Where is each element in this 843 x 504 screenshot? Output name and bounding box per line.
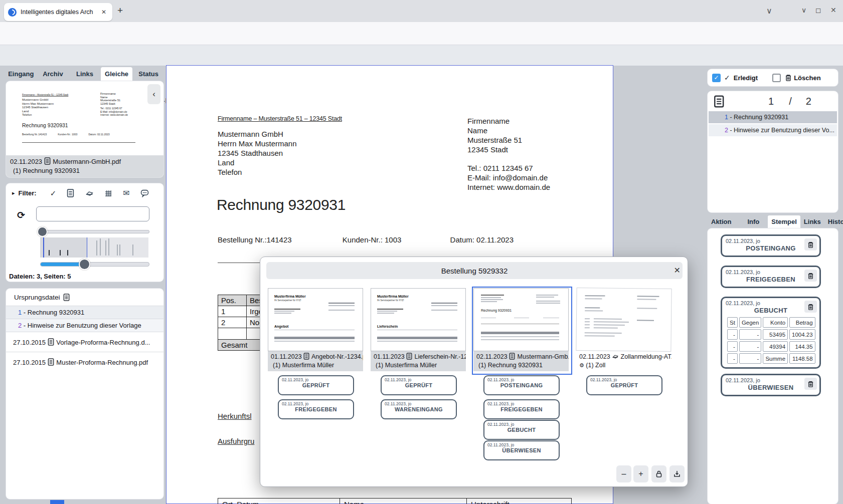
done-checkbox[interactable]: ✓ — [712, 74, 721, 82]
file-row-vorlage[interactable]: 27.10.2015 Vorlage-Proforma-Rechnung.d..… — [6, 332, 163, 352]
doc-recipient-block: Mustermann GmbH Herrn Max Mustermann 123… — [218, 129, 297, 177]
mini-meta: Bestellung Nr.:141423Kunden-Nr.: 1003Dat… — [22, 133, 147, 136]
modal-stamp: 02.11.2023, jo FREIGEGEBEN — [483, 399, 560, 419]
right-page-link-1[interactable]: 1 - Rechnung 9320931 — [709, 111, 837, 123]
new-tab-button[interactable]: + — [117, 5, 123, 16]
tab-eingang[interactable]: Eingang — [5, 67, 37, 81]
tab-links[interactable]: Links — [69, 67, 101, 81]
filter-input[interactable] — [36, 206, 149, 221]
filter-expand-icon[interactable]: ▸ — [12, 190, 15, 196]
doc-contact-block: Tel.: 0211 12345 67 E-Mail: info@domain.… — [467, 163, 550, 192]
status-panel: ✓ ✓ Erledigt Löschen — [708, 69, 838, 86]
collapse-panel-button[interactable]: ‹ — [147, 84, 160, 104]
doc-thumbnail[interactable]: Rechnung 9320931 — [473, 288, 569, 351]
modal-stamp: 02.11.2023, jo GEPRÜFT — [586, 375, 662, 395]
stamp-ueberwiesen[interactable]: 02.11.2023, jo ÜBERWIESEN — [721, 374, 821, 396]
document-icon — [44, 157, 51, 165]
document-icon — [406, 353, 413, 360]
page-link-2[interactable]: 2 - Hinweise zur Benutzung dieser Vorlag… — [6, 319, 163, 332]
chevron-left-icon: ‹ — [152, 89, 155, 99]
mini-recipient: Mustermann GmbH Herrn Max Mustermann 123… — [22, 98, 54, 117]
doc-caption: 02.11.2023 Mustermann-Gmb... (1) Rechnun… — [473, 351, 569, 371]
modal-close-icon[interactable]: ✕ — [674, 266, 681, 275]
modal-stamp: 02.11.2023, jo GEPRÜFT — [278, 375, 354, 395]
document-icon — [63, 294, 70, 301]
stamp-gebucht[interactable]: 02.11.2023, jo GEBUCHT St Gegen Konto Be… — [721, 297, 821, 369]
browser-tab[interactable]: Intelligentes digitales Arch ✕ — [4, 3, 112, 21]
document-preview-panel: Firmenname – Musterstraße 51 – 12345 Sta… — [6, 81, 163, 177]
timeline-histogram[interactable] — [40, 237, 148, 258]
refresh-icon[interactable]: ⟳ — [17, 209, 25, 220]
browser-tabbar: Intelligentes digitales Arch ✕ + ∨ ∨ ◻ ✕ — [0, 0, 843, 22]
window-maximize-button[interactable]: ◻ — [815, 6, 821, 14]
modal-zoom-out-button[interactable]: – — [616, 465, 631, 482]
modal-header: Bestellung 5929332 — [266, 262, 683, 279]
right-sidebar-tabs: Aktion Info Stempel Links Historie — [708, 215, 839, 228]
right-pager-separator: / — [789, 96, 792, 107]
file-row-muster[interactable]: 27.10.2015 Muster-Proforma-Rechnung.pdf — [6, 352, 163, 372]
document-thumbnail[interactable]: Firmenname – Musterstraße 51 – 12345 Sta… — [11, 84, 146, 154]
modal-zoom-in-button[interactable]: + — [633, 465, 648, 482]
tab-links-right[interactable]: Links — [800, 215, 824, 228]
range-slider-bottom-handle[interactable] — [79, 259, 90, 270]
source-panel-title: Ursprungsdatei — [14, 294, 70, 301]
selected-file-row[interactable]: 02.11.2023 Mustermann-GmbH.pdf (1) Rechn… — [6, 155, 163, 177]
delete-label: Löschen — [794, 74, 820, 82]
tab-close-icon[interactable]: ✕ — [99, 8, 108, 17]
tab-stempel[interactable]: Stempel — [768, 215, 800, 228]
scroll-indicator — [50, 500, 64, 504]
document-icon — [509, 353, 516, 360]
screen: Intelligentes digitales Arch ✕ + ∨ ∨ ◻ ✕… — [0, 0, 843, 504]
check-filter-icon[interactable]: ✓ — [50, 189, 57, 198]
modal-stamp: 02.11.2023, jo ÜBERWIESEN — [483, 440, 560, 460]
modal-lock-button[interactable] — [651, 465, 666, 482]
tab-list-chevron-icon[interactable]: ∨ — [766, 6, 772, 16]
delete-stamp-button[interactable] — [804, 378, 817, 390]
delete-stamp-button[interactable] — [804, 238, 817, 250]
doc-thumbnail[interactable]: Musterfirma Müller Ihr Servicepartner fü… — [268, 288, 363, 351]
document-filter-icon[interactable] — [67, 189, 75, 197]
grid-filter-icon[interactable] — [104, 189, 112, 197]
modal-stamp: 02.11.2023, jo GEBUCHT — [483, 420, 560, 440]
right-pager-total: 2 — [806, 96, 811, 107]
modal-stamp: 02.11.2023, jo GEPRÜFT — [381, 375, 457, 395]
check-icon: ✓ — [724, 74, 730, 82]
delete-stamp-button[interactable] — [804, 301, 817, 313]
delete-stamp-button[interactable] — [804, 270, 817, 282]
window-minimize-button[interactable]: ∨ — [801, 6, 806, 14]
range-slider-bottom[interactable] — [40, 262, 149, 267]
right-pager-current: 1 — [768, 96, 774, 107]
range-slider-top-handle[interactable] — [37, 226, 48, 237]
trash-icon — [807, 303, 814, 311]
stamp-freigegeben[interactable]: 02.11.2023, jo FREIGEGEBEN — [721, 266, 821, 288]
page-link-1[interactable]: 1 - Rechnung 9320931 — [6, 306, 163, 319]
trash-icon — [784, 74, 792, 82]
stamp-posteingang[interactable]: 02.11.2023, jo POSTEINGANG — [721, 234, 821, 257]
tab-title: Intelligentes digitales Arch — [21, 9, 99, 16]
modal-export-button[interactable] — [669, 465, 685, 482]
scanner-icon — [612, 353, 619, 360]
doc-signature-table: Ort, Datum Name Unterschrift — [218, 498, 572, 504]
scanner-filter-icon[interactable] — [85, 189, 94, 197]
doc-thumbnail[interactable]: Musterfirma Müller Ihr Servicepartner fü… — [371, 288, 466, 351]
doc-thumbnail[interactable] — [576, 288, 671, 352]
delete-checkbox[interactable] — [772, 74, 781, 82]
envelope-filter-icon[interactable]: ✉ — [123, 188, 129, 198]
right-page-link-2[interactable]: 2 - Hinweise zur Benutzung dieser Vo... — [709, 124, 837, 136]
tab-historie[interactable]: Historie — [824, 215, 843, 228]
tab-archiv[interactable]: Archiv — [37, 67, 69, 81]
tab-gleiche[interactable]: Gleiche — [101, 67, 133, 81]
comment-filter-icon[interactable] — [140, 189, 149, 197]
tab-status[interactable]: Status — [132, 67, 164, 81]
tab-info[interactable]: Info — [744, 215, 763, 228]
window-close-button[interactable]: ✕ — [830, 6, 836, 14]
trash-icon — [807, 272, 814, 280]
modal-title: Bestellung 5929332 — [441, 267, 508, 275]
doc-header-line: Firmenname – Musterstraße 51 – 12345 Sta… — [218, 115, 342, 122]
tab-aktion[interactable]: Aktion — [708, 215, 735, 228]
mini-sender: Firmenname Name Musterstraße 51 12345 St… — [100, 92, 120, 105]
mini-header-line: Firmenname – Musterstraße 51 – 12345 Sta… — [22, 93, 68, 96]
done-label: Erledigt — [734, 74, 758, 82]
filter-label: Filter: — [19, 189, 37, 197]
range-slider-top[interactable] — [40, 230, 149, 233]
